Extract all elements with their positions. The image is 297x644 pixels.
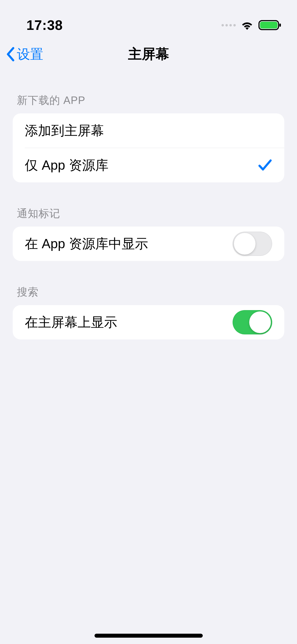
chevron-left-icon — [5, 47, 15, 62]
option-app-library-only[interactable]: 仅 App 资源库 — [13, 148, 284, 182]
group-search: 在主屏幕上显示 — [13, 305, 284, 339]
section-header-search: 搜索 — [13, 285, 284, 305]
toggle-knob — [234, 233, 256, 255]
row-label: 在 App 资源库中显示 — [25, 235, 148, 253]
battery-icon — [258, 20, 281, 31]
wifi-icon — [241, 20, 254, 30]
section-badges: 通知标记 在 App 资源库中显示 — [13, 206, 284, 261]
back-button[interactable]: 设置 — [5, 45, 43, 63]
back-label: 设置 — [17, 45, 43, 63]
group-new-apps: 添加到主屏幕 仅 App 资源库 — [13, 113, 284, 182]
row-show-on-home: 在主屏幕上显示 — [13, 305, 284, 339]
home-indicator — [95, 634, 203, 638]
toggle-knob — [249, 311, 271, 333]
cellular-dots-icon — [221, 24, 236, 26]
svg-rect-2 — [279, 24, 281, 27]
status-time: 17:38 — [26, 17, 63, 33]
section-header-new-apps: 新下载的 APP — [13, 93, 284, 113]
group-badges: 在 App 资源库中显示 — [13, 227, 284, 261]
page-title: 主屏幕 — [0, 45, 297, 63]
option-add-to-home[interactable]: 添加到主屏幕 — [13, 113, 284, 148]
option-label: 添加到主屏幕 — [25, 122, 104, 140]
section-new-apps: 新下载的 APP 添加到主屏幕 仅 App 资源库 — [13, 93, 284, 182]
row-show-in-library: 在 App 资源库中显示 — [13, 227, 284, 261]
section-search: 搜索 在主屏幕上显示 — [13, 285, 284, 339]
toggle-show-in-library[interactable] — [233, 232, 272, 256]
status-right — [221, 20, 281, 31]
toggle-show-on-home[interactable] — [233, 310, 272, 334]
option-label: 仅 App 资源库 — [25, 157, 109, 174]
section-header-badges: 通知标记 — [13, 206, 284, 227]
row-label: 在主屏幕上显示 — [25, 314, 117, 331]
checkmark-icon — [258, 159, 272, 172]
svg-rect-1 — [260, 22, 277, 29]
status-bar: 17:38 — [0, 0, 297, 37]
nav-bar: 设置 主屏幕 — [0, 37, 297, 71]
